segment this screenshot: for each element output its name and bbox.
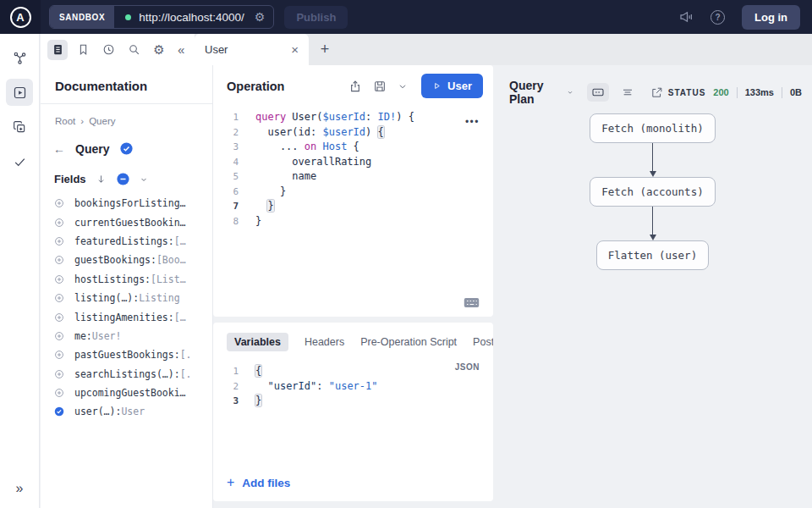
operation-editor[interactable]: 1query User($userId: ID!) {2 user(id: $u… xyxy=(213,110,493,229)
history-icon[interactable] xyxy=(98,40,118,60)
expand-rail-icon[interactable]: » xyxy=(16,481,24,496)
tab-user[interactable]: User × xyxy=(195,34,309,65)
plan-arrow xyxy=(650,143,656,177)
field-type: Listing xyxy=(139,292,179,304)
open-external-icon[interactable] xyxy=(646,83,668,102)
sort-fields-icon[interactable] xyxy=(96,174,107,185)
doc-field-item[interactable]: listingAmenities: [… xyxy=(53,307,212,326)
response-duration: 133ms xyxy=(745,87,774,97)
collapse-panel-icon[interactable]: « xyxy=(178,42,184,57)
doc-field-item[interactable]: upcomingGuestBooki… xyxy=(53,384,212,402)
code-line: ... on Host { xyxy=(242,140,359,155)
vars-tab-post-operation-script[interactable]: Post-Operation Script xyxy=(473,336,493,348)
vars-tab-pre-operation-script[interactable]: Pre-Operation Script xyxy=(360,336,457,348)
field-name: searchListings(…): xyxy=(74,368,180,380)
fields-label: Fields xyxy=(54,173,86,185)
breadcrumb: Root › Query xyxy=(41,104,212,126)
editor-line: 5 name xyxy=(213,169,493,185)
response-view-chevron-icon[interactable] xyxy=(567,88,573,97)
field-type: [… xyxy=(174,235,186,247)
tab-label: User xyxy=(205,43,228,56)
new-tab-button[interactable]: + xyxy=(309,34,341,65)
connection-settings-gear-icon[interactable]: ⚙ xyxy=(253,10,274,24)
status-code: 200 xyxy=(713,87,728,97)
publish-button[interactable]: Publish xyxy=(284,6,348,29)
announcements-icon[interactable] xyxy=(678,9,694,25)
checks-icon[interactable] xyxy=(6,148,33,175)
run-button-label: User xyxy=(447,80,472,92)
field-type: [. xyxy=(180,368,192,380)
endpoint-url[interactable]: http://localhost:4000/ xyxy=(139,11,253,24)
field-type: [List… xyxy=(151,273,186,285)
connectors-icon[interactable] xyxy=(6,113,33,141)
schema-graph-icon[interactable] xyxy=(6,44,33,71)
fields-chevron-down-icon[interactable] xyxy=(140,175,148,184)
status-label: STATUS xyxy=(668,88,706,97)
doc-field-item[interactable]: me: User! xyxy=(53,327,212,345)
save-chevron-down-icon[interactable] xyxy=(398,81,408,91)
save-operation-icon[interactable] xyxy=(373,80,387,93)
field-name: featuredListings: xyxy=(74,235,174,247)
add-field-icon xyxy=(53,387,65,399)
plus-icon: + xyxy=(227,475,234,490)
vars-tab-headers[interactable]: Headers xyxy=(304,336,344,348)
doc-field-item[interactable]: currentGuestBookin… xyxy=(53,213,212,231)
divider xyxy=(737,87,738,98)
apollo-logo-letter: A xyxy=(10,7,31,28)
field-name: currentGuestBookin… xyxy=(74,217,186,229)
doc-field-item[interactable]: hostListings: [List… xyxy=(53,270,212,289)
field-name: bookingsForListing… xyxy=(74,197,186,209)
login-button[interactable]: Log in xyxy=(742,5,800,30)
back-arrow-icon[interactable]: ← xyxy=(53,142,65,156)
type-selected-check-icon[interactable] xyxy=(119,141,134,156)
code-line: } xyxy=(242,185,286,200)
response-status-bar: STATUS 200 133ms 0B xyxy=(668,87,802,98)
query-plan-header: Query Plan STATUS 200 133ms 0B xyxy=(493,65,812,106)
add-field-icon xyxy=(53,292,65,304)
response-size: 0B xyxy=(790,87,802,97)
doc-field-item[interactable]: guestBookings: [Boo… xyxy=(53,251,212,269)
tab-close-icon[interactable]: × xyxy=(291,42,299,57)
search-icon[interactable] xyxy=(123,40,144,60)
editor-line: 3 ... on Host { xyxy=(213,140,493,155)
doc-field-item[interactable]: featuredListings: [… xyxy=(53,232,212,251)
doc-field-item[interactable]: listing(…): Listing xyxy=(53,289,212,307)
apollo-logo[interactable]: A xyxy=(0,0,41,34)
add-field-icon xyxy=(53,330,65,342)
explorer-icon[interactable] xyxy=(6,79,33,106)
field-name: listingAmenities: xyxy=(74,312,174,323)
documentation-tab-icon[interactable] xyxy=(47,40,68,60)
help-icon[interactable]: ? xyxy=(710,10,725,25)
variables-editor[interactable]: 1{2 "userId": "user-1"3} xyxy=(213,364,493,409)
doc-field-item[interactable]: pastGuestBookings: [. xyxy=(53,345,212,364)
keyboard-shortcuts-icon[interactable] xyxy=(464,297,480,308)
plan-text-view-icon[interactable] xyxy=(617,83,639,102)
query-plan-node: Fetch (monolith) xyxy=(590,113,715,143)
vars-tab-variables[interactable]: Variables xyxy=(227,333,288,351)
doc-field-item[interactable]: user(…): User xyxy=(53,402,212,421)
editor-overflow-menu-icon[interactable]: ••• xyxy=(465,116,480,128)
code-line: overallRating xyxy=(242,155,371,170)
explorer-settings-gear-icon[interactable]: ⚙ xyxy=(149,40,169,60)
field-type: User xyxy=(121,406,145,417)
operation-header: Operation User xyxy=(213,65,493,105)
query-plan-panel: Query Plan STATUS 200 133ms 0B Fetch (mo… xyxy=(493,65,812,508)
doc-field-item[interactable]: bookingsForListing… xyxy=(53,194,212,213)
editor-line: 2 user(id: $userId) { xyxy=(213,125,493,141)
add-files-button[interactable]: + Add files xyxy=(227,475,290,490)
add-files-label: Add files xyxy=(242,477,290,489)
type-heading: ← Query xyxy=(41,126,212,156)
bookmarks-icon[interactable] xyxy=(73,40,93,60)
plan-chart-view-icon[interactable] xyxy=(587,83,609,102)
doc-field-item[interactable]: searchListings(…): [. xyxy=(53,365,212,384)
share-operation-icon[interactable] xyxy=(348,80,362,93)
variables-panel: VariablesHeadersPre-Operation ScriptPost… xyxy=(213,323,493,501)
breadcrumb-root[interactable]: Root xyxy=(55,116,75,126)
deselect-all-icon[interactable] xyxy=(116,172,130,186)
field-selected-check-icon xyxy=(53,406,65,417)
endpoint-url-box[interactable]: SANDBOX http://localhost:4000/ ⚙ xyxy=(49,5,274,29)
sandbox-badge: SANDBOX xyxy=(50,5,114,29)
run-operation-button[interactable]: User xyxy=(421,74,483,98)
documentation-title: Documentation xyxy=(41,65,212,103)
editor-line: 2 "userId": "user-1" xyxy=(213,379,493,395)
